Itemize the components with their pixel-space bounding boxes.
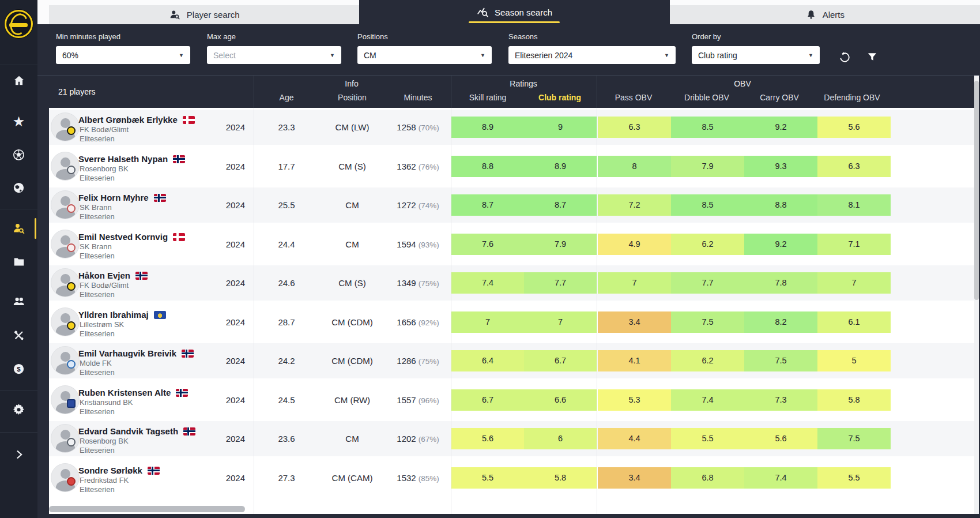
club-badge [67,126,76,135]
chevron-down-icon: ▼ [664,52,669,58]
dribble-rating-cell: 8.5 [671,117,744,138]
filter-label: Seasons [508,32,676,41]
chevron-down-icon: ▼ [808,52,813,58]
player-row[interactable]: Albert Grønbæk ErlykkeFK Bodø/GlimtElite… [49,110,974,145]
club-badge [67,243,76,252]
season-cell: 2024 [182,343,245,378]
people-icon [12,295,26,309]
filter-bar: Min minutes played60%▼Max ageSelect▼Posi… [37,24,980,75]
player-row[interactable]: Edvard Sandvik TagsethRosenborg BKElites… [49,421,974,456]
player-name: Ylldren Ibrahimaj [78,310,166,320]
main-area: Player searchSeason searchAlerts Min min… [37,0,980,518]
pass-rating-cell: 4.9 [598,234,671,255]
column-header-club-rating[interactable]: Club rating [538,93,581,102]
minutes-value: 1594 [397,239,416,249]
player-row[interactable]: Håkon EvjenFK Bodø/GlimtEliteserien20242… [49,265,974,301]
player-row[interactable]: Ylldren IbrahimajLillestrøm SKEliteserie… [49,305,974,340]
club-rating-cell: 5.8 [524,467,597,489]
tab-alerts[interactable]: Alerts [670,5,980,24]
carry-rating-cell: 8.2 [744,311,817,333]
column-header-age[interactable]: Age [280,93,294,102]
player-row[interactable]: Sondre SørløkkFredrikstad FKEliteserien2… [49,460,974,496]
carry-rating-cell: 9.3 [744,156,817,177]
player-row[interactable]: Ruben Kristensen AlteKristiansund BKElit… [49,382,974,418]
player-avatar [51,346,80,375]
skill-rating-cell: 8.8 [451,156,524,177]
player-row[interactable]: Felix Horn MyhreSK BrannEliteserien20242… [49,187,974,223]
sidebar-item-football[interactable] [0,142,37,167]
season-cell: 2024 [182,305,245,340]
season-cell: 2024 [182,110,245,145]
column-header-position[interactable]: Position [338,93,367,102]
filter-select-positions[interactable]: CM▼ [357,46,492,64]
club-logo[interactable] [4,9,33,39]
minutes-cell: 1349(75%) [378,265,458,301]
pass-rating-cell: 4.4 [598,428,671,449]
sidebar-item-squad[interactable] [0,289,37,314]
player-league: Eliteserien [80,485,115,494]
filter-value: CM [364,51,376,60]
column-header-minutes[interactable]: Minutes [404,93,432,102]
horizontal-scrollbar-thumb[interactable] [49,506,245,512]
sidebar-item-home[interactable] [0,68,37,93]
player-league: Eliteserien [80,134,115,143]
player-count: 21 players [58,87,96,96]
flag-icon-no [148,467,160,475]
dribble-rating-cell: 7.7 [671,272,744,294]
sidebar-item-expand[interactable] [0,442,37,467]
filter-button[interactable] [864,50,881,67]
sidebar-item-player-search[interactable] [0,216,37,241]
sidebar-item-favorites[interactable]: ★ [0,109,37,134]
sidebar-item-settings[interactable] [0,397,37,422]
player-club: Lillestrøm SK [80,320,124,329]
minutes-value: 1362 [397,162,416,171]
vertical-scrollbar-thumb[interactable] [974,81,979,300]
club-badge [67,477,76,486]
player-club: Molde FK [80,359,112,367]
minutes-percent: (76%) [419,163,439,171]
filter-select-min-minutes[interactable]: 60%▼ [56,46,190,64]
minutes-percent: (93%) [419,241,439,249]
tab-season-search[interactable]: Season search [359,0,669,24]
player-row[interactable]: Emil Varhaugvik BreivikMolde FKEliteseri… [49,343,974,378]
skill-rating-cell: 5.5 [451,467,524,489]
player-club: SK Brann [80,242,112,251]
sidebar-item-files[interactable] [0,249,37,275]
table-column-divider [451,108,451,514]
vertical-scrollbar[interactable] [974,76,979,514]
club-rating-cell: 8.9 [524,156,597,177]
filter-select-order-by[interactable]: Club rating▼ [692,46,820,64]
chevron-down-icon: ▼ [330,52,335,58]
dribble-rating-cell: 6.8 [671,467,744,489]
sidebar-item-tools[interactable] [0,322,37,348]
defending-rating-cell: 6.3 [817,156,891,177]
player-club: Kristiansund BK [80,398,133,407]
column-header-defending-obv[interactable]: Defending OBV [824,93,880,102]
chevron-down-icon: ▼ [179,52,184,58]
defending-rating-cell: 8.1 [817,194,891,216]
column-header-carry-obv[interactable]: Carry OBV [760,93,799,102]
filter-select-max-age[interactable]: Select▼ [207,46,341,64]
sidebar-divider [0,65,37,65]
column-header-skill-rating[interactable]: Skill rating [469,93,507,102]
club-rating-cell: 8.7 [524,194,597,216]
defending-rating-cell: 7.1 [817,234,891,255]
filter-select-seasons[interactable]: Eliteserien 2024▼ [508,46,676,64]
flag-icon-xk [154,311,166,319]
player-name: Håkon Evjen [78,271,148,280]
tab-label: Alerts [823,10,845,20]
skill-rating-cell: 6.4 [451,350,524,371]
club-badge [67,166,76,174]
refresh-button[interactable] [836,50,853,67]
tab-player-search[interactable]: Player search [49,5,359,24]
column-header-dribble-obv[interactable]: Dribble OBV [684,93,729,102]
column-header-pass-obv[interactable]: Pass OBV [615,93,653,102]
sidebar-item-finance[interactable]: $ [0,356,37,381]
chevron-right-icon [13,449,25,460]
column-group-info: Info [345,79,358,88]
sidebar-item-world[interactable] [0,175,37,200]
player-row[interactable]: Sverre Halseth NypanRosenborg BKEliteser… [49,149,974,184]
age-cell: 24.2 [258,343,315,378]
player-row[interactable]: Emil Nestved KornvigSK BrannEliteserien2… [49,227,974,262]
filter-label: Max age [207,32,341,41]
